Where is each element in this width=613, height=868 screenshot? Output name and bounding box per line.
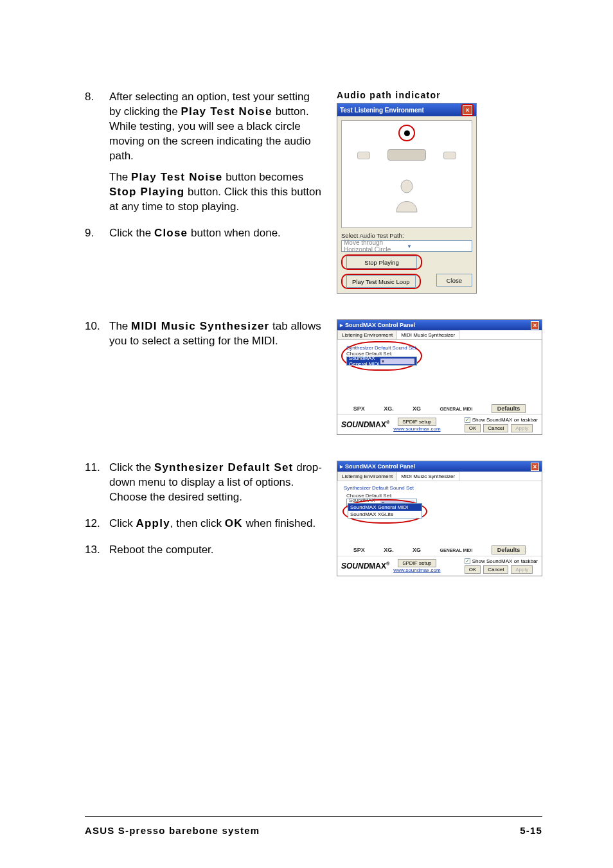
dropdown-options-list: SoundMAX General MIDI SoundMAX XGLite bbox=[348, 503, 422, 518]
window-titlebar: Test Listening Environment × bbox=[337, 103, 476, 116]
text: Click bbox=[109, 517, 136, 529]
window-titlebar: ▸ SoundMAX Control Panel × bbox=[337, 320, 542, 330]
text: when finished. bbox=[243, 517, 315, 529]
item-number: 13. bbox=[85, 543, 109, 564]
bold-term: OK bbox=[225, 517, 243, 529]
item-number: 8. bbox=[85, 90, 109, 221]
dot-icon bbox=[404, 130, 410, 136]
taskbar-checkbox[interactable]: ✓ bbox=[465, 558, 470, 564]
spx-logo: SPX bbox=[353, 547, 365, 553]
text: The bbox=[109, 171, 131, 183]
footer-left: ASUS S-presso barebone system bbox=[85, 825, 260, 836]
cancel-button[interactable]: Cancel bbox=[483, 565, 508, 574]
soundmax-panel: ▸ SoundMAX Control Panel × Listening Env… bbox=[337, 319, 542, 435]
svg-point-0 bbox=[401, 180, 413, 193]
ok-button[interactable]: OK bbox=[465, 424, 481, 432]
groupbox-title: Synthesizer Default Sound Set bbox=[346, 345, 417, 351]
highlight-marker: Synthesizer Default Sound Set Choose Def… bbox=[341, 341, 422, 371]
soundmax-url-link[interactable]: www.soundmax.com bbox=[393, 567, 440, 573]
tab-listening-environment[interactable]: Listening Environment bbox=[337, 330, 397, 339]
center-speaker-icon bbox=[387, 149, 426, 161]
default-set-dropdown[interactable]: SoundMAX General MIDI▾ bbox=[346, 357, 417, 366]
apply-button[interactable]: Apply bbox=[511, 565, 533, 574]
footer-right: 5-15 bbox=[520, 825, 542, 836]
xglite-logo: XG bbox=[413, 547, 421, 553]
highlight-marker: Stop Playing bbox=[341, 254, 422, 270]
dropdown-value: SoundMAX General MIDI bbox=[349, 355, 380, 367]
soundmax-panel: ▸ SoundMAX Control Panel × Listening Env… bbox=[337, 461, 542, 576]
bold-term: Play Test Noise bbox=[181, 105, 272, 118]
general-midi-logo: GENERAL MIDI bbox=[440, 548, 473, 553]
soundmax-brand: SOUNDMAX® bbox=[341, 420, 389, 429]
tab-listening-environment[interactable]: Listening Environment bbox=[337, 472, 397, 481]
audio-path-dropdown[interactable]: Move through Horizontal Circle ▼ bbox=[341, 240, 472, 252]
highlight-marker: × bbox=[461, 104, 474, 116]
tab-midi-synthesizer[interactable]: MIDI Music Synthesizer bbox=[396, 472, 459, 481]
close-icon[interactable]: × bbox=[531, 463, 539, 471]
audio-path-indicator bbox=[398, 125, 415, 141]
window-title: Test Listening Environment bbox=[340, 107, 424, 114]
bold-term: Play Test Noise bbox=[131, 171, 222, 183]
close-icon[interactable]: × bbox=[463, 105, 472, 115]
ok-button[interactable]: OK bbox=[465, 565, 481, 574]
footer-rule bbox=[85, 816, 542, 817]
spdif-setup-button[interactable]: SPDIF setup bbox=[398, 559, 436, 567]
xglite-logo: XG bbox=[413, 405, 421, 412]
text: button when done. bbox=[188, 227, 281, 239]
text: Click the bbox=[109, 461, 154, 474]
general-midi-logo: GENERAL MIDI bbox=[440, 407, 473, 411]
text: Reboot the computer. bbox=[109, 544, 214, 556]
list-item-13: 13. Reboot the computer. bbox=[85, 543, 324, 564]
bold-term: Stop Playing bbox=[109, 186, 184, 198]
apply-button[interactable]: Apply bbox=[511, 424, 533, 432]
window-titlebar: ▸ SoundMAX Control Panel × bbox=[337, 461, 542, 472]
dropdown-option[interactable]: SoundMAX General MIDI bbox=[348, 504, 422, 511]
window-title: SoundMAX Control Panel bbox=[345, 322, 415, 328]
text: button becomes bbox=[222, 171, 303, 183]
close-icon[interactable]: × bbox=[531, 321, 539, 330]
bold-term: Close bbox=[154, 227, 188, 239]
window-title: SoundMAX Control Panel bbox=[345, 463, 415, 470]
speaker-icon bbox=[357, 152, 370, 159]
item-number: 11. bbox=[85, 461, 109, 511]
dropdown-option[interactable]: SoundMAX XGLite bbox=[348, 511, 422, 518]
list-item-12: 12. Click Apply, then click OK when fini… bbox=[85, 517, 324, 538]
soundmax-url-link[interactable]: www.soundmax.com bbox=[393, 426, 440, 432]
xg-logo: XG. bbox=[384, 547, 394, 553]
stop-playing-button[interactable]: Stop Playing bbox=[346, 256, 417, 269]
defaults-button[interactable]: Defaults bbox=[492, 404, 526, 413]
chevron-down-icon: ▼ bbox=[407, 244, 470, 249]
chevron-down-icon: ▾ bbox=[380, 359, 414, 364]
select-path-label: Select Audio Test Path: bbox=[341, 232, 472, 239]
cancel-button[interactable]: Cancel bbox=[483, 424, 508, 432]
highlight-marker: Play Test Music Loop bbox=[341, 274, 421, 289]
item-number: 9. bbox=[85, 226, 109, 247]
taskbar-checkbox[interactable]: ✓ bbox=[465, 417, 470, 423]
bold-term: Apply bbox=[136, 517, 170, 529]
groupbox-title: Synthesizer Default Sound Set bbox=[344, 485, 414, 491]
page-footer: ASUS S-presso barebone system 5-15 bbox=[85, 825, 542, 836]
dropdown-value: Move through Horizontal Circle bbox=[344, 239, 407, 253]
spx-logo: SPX bbox=[353, 405, 365, 412]
play-test-button[interactable]: Play Test Music Loop bbox=[346, 275, 416, 288]
bold-term: Synthesizer Default Set bbox=[154, 461, 294, 474]
item-number: 12. bbox=[85, 517, 109, 538]
xg-logo: XG. bbox=[384, 405, 394, 412]
arrow-icon: ▸ bbox=[340, 463, 343, 470]
list-item-8: 8. After selecting an option, test your … bbox=[85, 90, 324, 221]
listener-icon bbox=[391, 179, 422, 213]
item-number: 10. bbox=[85, 319, 109, 355]
list-item-11: 11. Click the Synthesizer Default Set dr… bbox=[85, 461, 324, 511]
list-item-9: 9. Click the Close button when done. bbox=[85, 226, 324, 247]
bold-term: MIDI Music Synthesizer bbox=[131, 320, 269, 332]
arrow-icon: ▸ bbox=[340, 322, 343, 328]
defaults-button[interactable]: Defaults bbox=[492, 545, 526, 554]
figure-caption: Audio path indicator bbox=[337, 90, 542, 100]
close-button[interactable]: Close bbox=[436, 274, 472, 287]
text: Click the bbox=[109, 227, 154, 239]
checkbox-label: Show SoundMAX on taskbar bbox=[472, 558, 538, 564]
speaker-icon bbox=[443, 152, 456, 159]
tab-midi-synthesizer[interactable]: MIDI Music Synthesizer bbox=[396, 330, 459, 339]
text: , then click bbox=[170, 517, 225, 529]
spdif-setup-button[interactable]: SPDIF setup bbox=[398, 418, 436, 426]
